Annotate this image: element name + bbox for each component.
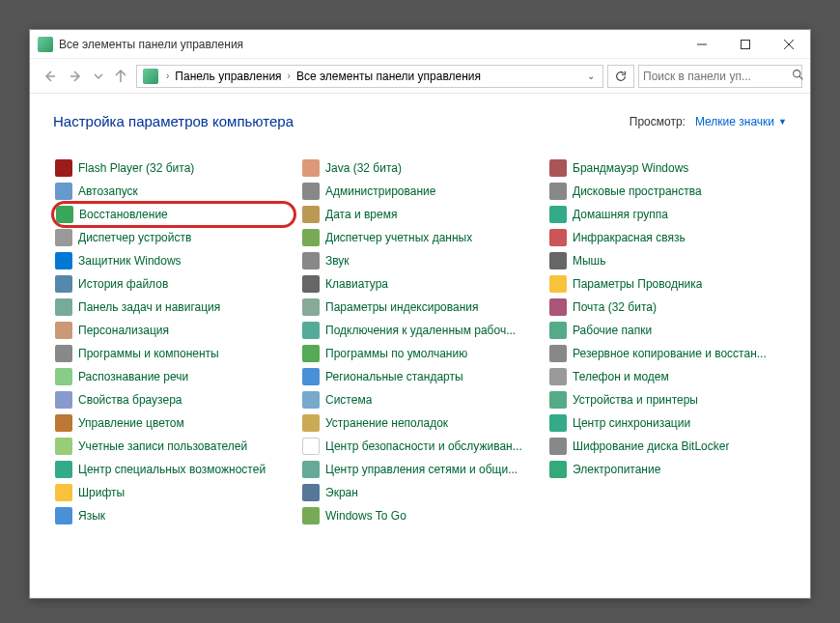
cp-item[interactable]: Параметры Проводника [547,272,787,296]
cp-item[interactable]: Персонализация [53,319,293,342]
cp-item-label: Flash Player (32 бита) [78,161,194,175]
cp-item[interactable]: Центр безопасности и обслуживан... [300,435,540,458]
cp-item[interactable]: Диспетчер устройств [53,226,293,249]
cp-item[interactable]: Администрирование [300,180,540,203]
cp-item-label: Экран [325,486,358,499]
items-grid: Flash Player (32 бита)АвтозапускВосстано… [53,156,787,527]
prog-icon [55,345,72,362]
cp-item[interactable]: Экран [300,481,540,504]
cp-item[interactable]: Учетные записи пользователей [53,435,293,458]
close-button[interactable] [767,30,810,59]
search-input[interactable] [643,70,788,83]
cp-item[interactable]: Диспетчер учетных данных [300,226,540,249]
rdp-icon [302,322,320,339]
cp-item[interactable]: Региональные стандарты [300,365,540,388]
search-icon [792,69,804,84]
lang-icon [55,507,72,524]
tel-icon [549,368,567,385]
cp-item-label: Java (32 бита) [325,161,402,175]
cp-item[interactable]: Программы по умолчанию [300,342,540,365]
cp-item[interactable]: Дата и время [300,203,540,226]
cp-item-label: Мышь [573,254,606,268]
cp-item-label: Автозапуск [78,184,138,198]
cp-item-label: Персонализация [78,324,169,337]
cp-item-label: Региональные стандарты [325,370,463,383]
titlebar: Все элементы панели управления [30,30,810,59]
sound-icon [302,252,320,269]
location-icon [143,69,158,84]
browser-icon [55,391,72,409]
cp-item[interactable]: Устранение неполадок [300,411,540,435]
cp-item[interactable]: Электропитание [547,458,787,481]
minimize-button[interactable] [680,30,723,59]
forward-button[interactable] [65,65,88,88]
cp-item[interactable]: Дисковые пространства [547,180,787,203]
cp-item[interactable]: Управление цветом [53,411,293,435]
togo-icon [302,507,320,524]
cp-item-label: Распознавание речи [78,370,188,383]
cp-item-label: Шифрование диска BitLocker [573,439,729,453]
cp-item[interactable]: Центр управления сетями и общи... [300,458,540,481]
cp-item[interactable]: Программы и компоненты [53,342,293,365]
view-control: Просмотр: Мелкие значки ▼ [630,115,787,128]
cp-item[interactable]: Шифрование диска BitLocker [547,435,787,458]
cp-item[interactable]: Брандмауэр Windows [547,156,787,180]
cp-item[interactable]: Windows To Go [300,504,540,527]
breadcrumb-part-2[interactable]: Все элементы панели управления [294,70,483,83]
cp-item[interactable]: Восстановление [51,201,296,228]
cp-item[interactable]: История файлов [53,272,293,296]
cp-item[interactable]: Распознавание речи [53,365,293,388]
cp-item[interactable]: Шрифты [53,481,293,504]
cp-item[interactable]: Свойства браузера [53,388,293,411]
cp-item[interactable]: Flash Player (32 бита) [53,156,293,180]
cp-item[interactable]: Центр специальных возможностей [53,458,293,481]
cp-item-label: Шрифты [78,486,125,499]
cp-item[interactable]: Центр синхронизации [547,411,787,435]
cp-item[interactable]: Домашняя группа [547,203,787,226]
control-panel-window: Все элементы панели управления [29,29,811,599]
fw-icon [549,159,567,177]
address-dropdown[interactable]: ⌄ [581,71,601,81]
breadcrumb-part-1[interactable]: Панель управления [173,70,283,83]
cp-item-label: Центр управления сетями и общи... [325,463,518,476]
history-dropdown[interactable] [92,65,105,88]
header-row: Настройка параметров компьютера Просмотр… [53,113,787,129]
cp-item-label: Звук [325,254,350,268]
cp-item[interactable]: Мышь [547,249,787,272]
region-icon [302,368,320,385]
refresh-button[interactable] [607,65,634,88]
page-title: Настройка параметров компьютера [53,113,294,129]
cp-item-label: Восстановление [79,208,168,221]
address-bar[interactable]: › Панель управления › Все элементы панел… [136,65,603,88]
up-button[interactable] [109,65,132,88]
cp-item[interactable]: Параметры индексирования [300,296,540,319]
cp-item[interactable]: Подключения к удаленным рабоч... [300,319,540,342]
cp-item[interactable]: Телефон и модем [547,365,787,388]
chevron-down-icon [94,71,103,81]
cp-item[interactable]: Язык [53,504,293,527]
content-area: Настройка параметров компьютера Просмотр… [30,94,810,598]
speech-icon [55,368,72,385]
cp-item[interactable]: Звук [300,249,540,272]
cp-item[interactable]: Устройства и принтеры [547,388,787,411]
search-box[interactable] [638,65,802,88]
cp-item[interactable]: Резервное копирование и восстан... [547,342,787,365]
view-selector[interactable]: Мелкие значки ▼ [695,115,787,128]
window-title: Все элементы панели управления [59,38,680,51]
minimize-icon [697,40,707,49]
cp-item[interactable]: Защитник Windows [53,249,293,272]
cp-item[interactable]: Почта (32 бита) [547,296,787,319]
cp-item[interactable]: Панель задач и навигация [53,296,293,319]
cp-item[interactable]: Клавиатура [300,272,540,296]
cp-item[interactable]: Система [300,388,540,411]
svg-rect-1 [741,40,749,48]
cp-item[interactable]: Автозапуск [53,180,293,203]
java-icon [302,159,320,177]
cp-item[interactable]: Рабочие папки [547,319,787,342]
cp-item[interactable]: Инфракрасная связь [547,226,787,249]
cp-item[interactable]: Java (32 бита) [300,156,540,180]
power-icon [549,461,567,478]
back-button[interactable] [38,65,61,88]
maximize-button[interactable] [723,30,767,59]
cp-item-label: Центр специальных возможностей [78,463,266,476]
